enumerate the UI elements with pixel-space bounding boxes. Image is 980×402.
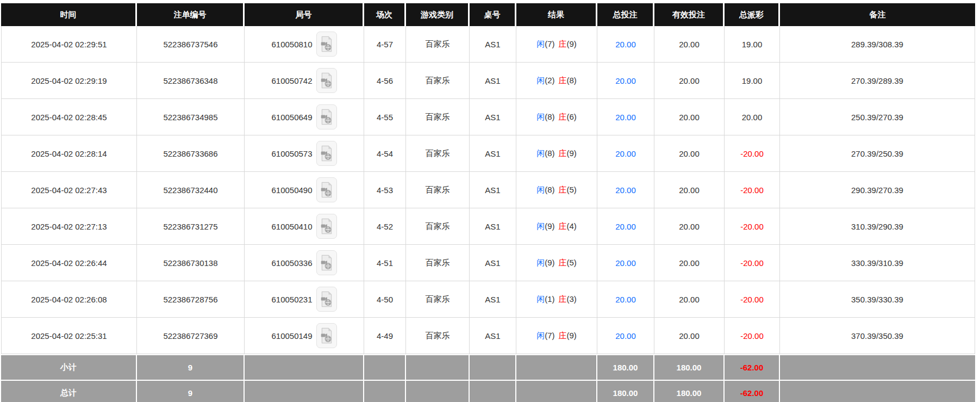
payout-cell: 20.00 bbox=[725, 99, 780, 135]
player-result-label: 闲 bbox=[536, 76, 545, 85]
result-cell: 闲(8)庄(9) bbox=[516, 135, 597, 172]
subtotal-valid-bet-cell: 180.00 bbox=[654, 354, 725, 380]
bet-no-cell: 522386732440 bbox=[137, 172, 245, 208]
game-type-cell: 百家乐 bbox=[406, 63, 470, 99]
round-no-text: 610050810 bbox=[271, 40, 312, 49]
table-no-cell: AS1 bbox=[470, 172, 516, 208]
col-header-result: 结果 bbox=[516, 3, 597, 26]
total-bet-cell: 20.00 bbox=[597, 245, 654, 281]
valid-bet-cell: 20.00 bbox=[654, 208, 725, 245]
bet-no-cell: 522386730138 bbox=[137, 245, 245, 281]
video-replay-button[interactable] bbox=[316, 287, 337, 312]
remark-cell: 290.39/270.39 bbox=[780, 172, 975, 208]
time-cell: 2025-04-02 02:28:45 bbox=[1, 99, 137, 135]
footer-empty-cell bbox=[406, 354, 470, 380]
col-header-game-type: 游戏类别 bbox=[406, 3, 470, 26]
video-file-icon bbox=[320, 327, 333, 344]
banker-result-score: (6) bbox=[567, 112, 577, 121]
col-header-time: 时间 bbox=[1, 3, 137, 26]
video-replay-button[interactable] bbox=[316, 104, 337, 129]
valid-bet-cell: 20.00 bbox=[654, 135, 725, 172]
banker-result-score: (9) bbox=[567, 331, 577, 340]
player-result-score: (7) bbox=[545, 39, 554, 48]
session-cell: 4-54 bbox=[364, 135, 406, 172]
subtotal-count-cell: 9 bbox=[137, 354, 245, 380]
payout-cell: 19.00 bbox=[725, 63, 780, 99]
session-cell: 4-57 bbox=[364, 26, 406, 63]
video-file-icon bbox=[320, 182, 333, 198]
time-cell: 2025-04-02 02:27:13 bbox=[1, 208, 137, 245]
subtotal-label-cell: 小计 bbox=[1, 354, 137, 380]
player-result-score: (1) bbox=[545, 294, 554, 304]
time-cell: 2025-04-02 02:29:19 bbox=[1, 63, 137, 99]
banker-result-label: 庄 bbox=[559, 258, 567, 267]
table-row: 2025-04-02 02:29:19 522386736348 6100507… bbox=[1, 63, 975, 99]
round-no-cell: 610050573 bbox=[245, 135, 364, 172]
total-bet-cell: 20.00 bbox=[597, 135, 654, 172]
bet-no-cell: 522386736348 bbox=[137, 63, 245, 99]
banker-result-label: 庄 bbox=[559, 221, 567, 231]
video-file-icon bbox=[320, 255, 333, 271]
player-result-label: 闲 bbox=[536, 258, 545, 267]
col-header-total-bet: 总投注 bbox=[597, 3, 654, 26]
player-result-score: (8) bbox=[545, 149, 554, 158]
video-replay-button[interactable] bbox=[316, 214, 337, 239]
table-no-cell: AS1 bbox=[470, 208, 516, 245]
subtotal-total-bet-cell: 180.00 bbox=[597, 354, 654, 380]
table-row: 2025-04-02 02:25:31 522386727369 6100501… bbox=[1, 318, 975, 354]
game-type-cell: 百家乐 bbox=[406, 208, 470, 245]
video-replay-button[interactable] bbox=[316, 32, 337, 57]
footer-payout-cell: -62.00 bbox=[725, 380, 780, 402]
round-no-cell: 610050336 bbox=[245, 245, 364, 281]
result-cell: 闲(2)庄(8) bbox=[516, 63, 597, 99]
col-header-session: 场次 bbox=[364, 3, 406, 26]
valid-bet-cell: 20.00 bbox=[654, 172, 725, 208]
banker-result-label: 庄 bbox=[559, 294, 567, 304]
total-label-cell: 总计 bbox=[1, 380, 137, 402]
payout-cell: 19.00 bbox=[725, 26, 780, 63]
player-result-label: 闲 bbox=[536, 221, 545, 231]
col-header-valid-bet: 有效投注 bbox=[654, 3, 725, 26]
time-cell: 2025-04-02 02:26:44 bbox=[1, 245, 137, 281]
valid-bet-cell: 20.00 bbox=[654, 63, 725, 99]
total-bet-cell: 20.00 bbox=[597, 26, 654, 63]
game-type-cell: 百家乐 bbox=[406, 172, 470, 208]
result-cell: 闲(8)庄(5) bbox=[516, 172, 597, 208]
result-cell: 闲(8)庄(6) bbox=[516, 99, 597, 135]
round-no-cell: 610050810 bbox=[245, 26, 364, 63]
result-cell: 闲(7)庄(9) bbox=[516, 318, 597, 354]
video-replay-button[interactable] bbox=[316, 68, 337, 93]
total-valid-bet-cell: 180.00 bbox=[654, 380, 725, 402]
table-no-cell: AS1 bbox=[470, 245, 516, 281]
table-row: 2025-04-02 02:27:43 522386732440 6100504… bbox=[1, 172, 975, 208]
time-cell: 2025-04-02 02:25:31 bbox=[1, 318, 137, 354]
banker-result-score: (9) bbox=[567, 149, 577, 158]
table-no-cell: AS1 bbox=[470, 99, 516, 135]
banker-result-score: (4) bbox=[567, 221, 577, 231]
video-file-icon bbox=[320, 218, 333, 234]
table-row: 2025-04-02 02:29:51 522386737546 6100508… bbox=[1, 26, 975, 63]
video-replay-button[interactable] bbox=[316, 323, 337, 348]
valid-bet-cell: 20.00 bbox=[654, 26, 725, 63]
valid-bet-cell: 20.00 bbox=[654, 318, 725, 354]
remark-cell: 370.39/350.39 bbox=[780, 318, 975, 354]
video-file-icon bbox=[320, 109, 333, 125]
banker-result-score: (5) bbox=[567, 258, 577, 267]
banker-result-label: 庄 bbox=[559, 331, 567, 340]
col-header-table-no: 桌号 bbox=[470, 3, 516, 26]
table-no-cell: AS1 bbox=[470, 318, 516, 354]
round-no-cell: 610050410 bbox=[245, 208, 364, 245]
video-replay-button[interactable] bbox=[316, 250, 337, 275]
col-header-total-payout: 总派彩 bbox=[725, 3, 780, 26]
table-no-cell: AS1 bbox=[470, 281, 516, 318]
video-file-icon bbox=[320, 145, 333, 162]
total-bet-cell: 20.00 bbox=[597, 63, 654, 99]
video-replay-button[interactable] bbox=[316, 141, 337, 166]
session-cell: 4-49 bbox=[364, 318, 406, 354]
total-bet-cell: 20.00 bbox=[597, 99, 654, 135]
time-cell: 2025-04-02 02:27:43 bbox=[1, 172, 137, 208]
video-replay-button[interactable] bbox=[316, 177, 337, 202]
video-file-icon bbox=[320, 36, 333, 52]
bet-no-cell: 522386731275 bbox=[137, 208, 245, 245]
result-cell: 闲(9)庄(5) bbox=[516, 245, 597, 281]
